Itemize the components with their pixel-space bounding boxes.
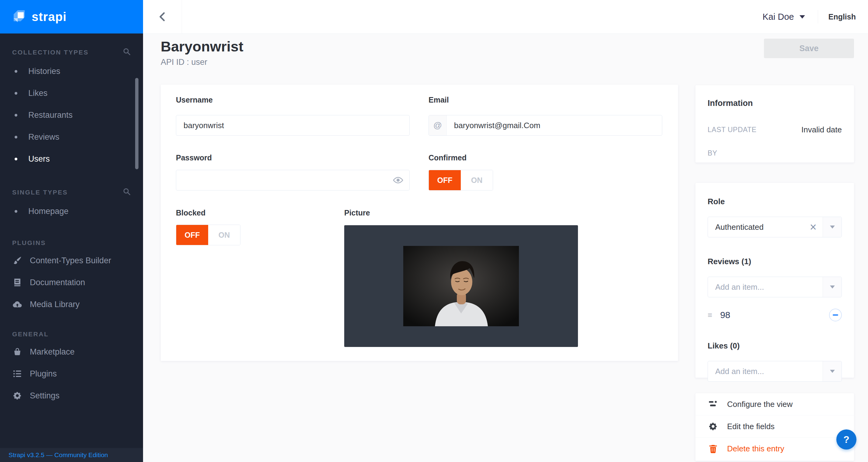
sidebar-item-likes[interactable]: Likes (12, 82, 131, 104)
role-select-caret[interactable] (823, 217, 841, 237)
configure-view-button[interactable]: Configure the view (695, 393, 854, 415)
password-label: Password (176, 153, 212, 162)
sidebar-item-label: Likes (28, 89, 48, 98)
general-list: Marketplace Plugins (12, 341, 131, 407)
likes-add-select[interactable]: Add an item... (708, 361, 842, 382)
layout-icon (708, 400, 719, 408)
sidebar-item-reviews[interactable]: Reviews (12, 126, 131, 148)
bullet-icon (14, 70, 17, 73)
remove-item-button[interactable] (829, 309, 842, 321)
sidebar-item-settings[interactable]: Settings (12, 385, 131, 407)
sidebar-item-plugins[interactable]: Plugins (12, 363, 131, 385)
logo-text: strapi (32, 10, 67, 24)
sidebar-item-histories[interactable]: Histories (12, 60, 131, 82)
sidebar-item-content-types-builder[interactable]: Content-Types Builder (12, 250, 131, 272)
section-collection-types: COLLECTION TYPES (12, 48, 131, 57)
page-title: Baryonwrist (161, 38, 244, 55)
sidebar-item-label: Media Library (30, 300, 80, 309)
sidebar-item-media-library[interactable]: Media Library (12, 294, 131, 315)
likes-select-caret[interactable] (823, 361, 841, 381)
password-input[interactable] (176, 170, 409, 190)
sidebar-item-label: Histories (28, 67, 60, 76)
reviews-select-caret[interactable] (823, 277, 841, 297)
section-label: COLLECTION TYPES (12, 49, 89, 56)
sidebar-item-homepage[interactable]: Homepage (12, 200, 131, 222)
section-general: GENERAL (12, 331, 131, 338)
sidebar-item-label: Restaurants (28, 111, 73, 120)
language-selector[interactable]: English (829, 12, 856, 21)
likes-label: Likes (0) (708, 341, 842, 350)
sidebar-item-restaurants[interactable]: Restaurants (12, 104, 131, 126)
sidebar-item-label: Users (28, 154, 50, 164)
eye-icon[interactable] (393, 170, 403, 190)
confirmed-toggle[interactable]: OFF ON (429, 170, 493, 190)
user-photo (403, 246, 519, 326)
role-value: Authenticated (708, 222, 804, 232)
trash-icon (708, 444, 719, 454)
user-name: Kai Doe (763, 12, 794, 22)
content-area: Baryonwrist API ID : user Save Username … (143, 34, 868, 462)
sidebar-footer: Strapi v3.2.5 — Community Edition (0, 448, 143, 462)
strapi-admin-app: strapi COLLECTION TYPES Histories Likes … (0, 0, 868, 462)
chevron-down-icon (830, 370, 835, 373)
blocked-toggle[interactable]: OFF ON (176, 225, 241, 245)
toggle-off-segment[interactable]: OFF (176, 225, 208, 245)
search-icon[interactable] (123, 187, 131, 197)
toggle-off-segment[interactable]: OFF (429, 170, 461, 190)
sidebar-item-label: Content-Types Builder (30, 256, 111, 266)
bullet-icon (14, 136, 17, 138)
information-card: Information LAST UPDATE Invalid date BY (695, 85, 854, 162)
username-field-wrap (176, 115, 410, 136)
configure-view-label: Configure the view (727, 400, 793, 409)
strapi-logo[interactable]: strapi (0, 0, 143, 33)
bullet-icon (14, 92, 17, 95)
role-label: Role (708, 197, 842, 206)
picture-field[interactable] (344, 225, 578, 347)
relations-card: Role Authenticated × Reviews (1) Add an … (695, 183, 854, 378)
cloud-upload-icon (12, 300, 23, 308)
chevron-left-icon (158, 11, 167, 22)
toggle-on-segment[interactable]: ON (208, 225, 240, 245)
sidebar-item-users[interactable]: Users (12, 148, 131, 170)
search-icon[interactable] (123, 48, 131, 57)
reviews-placeholder: Add an item... (708, 282, 823, 292)
chevron-down-icon (830, 225, 835, 228)
bullet-icon (14, 158, 17, 160)
sidebar-item-label: Documentation (30, 278, 85, 287)
username-input[interactable] (176, 115, 409, 135)
username-label: Username (176, 96, 213, 104)
sidebar-item-marketplace[interactable]: Marketplace (12, 341, 131, 363)
user-menu[interactable]: Kai Doe (763, 12, 805, 22)
section-plugins: PLUGINS (12, 239, 131, 247)
role-select[interactable]: Authenticated × (708, 217, 842, 237)
toggle-on-segment[interactable]: ON (461, 170, 493, 190)
paintbrush-icon (12, 256, 23, 265)
sidebar-item-label: Plugins (30, 369, 57, 379)
email-input[interactable] (447, 115, 662, 135)
delete-entry-button[interactable]: Delete this entry (695, 438, 854, 460)
last-update-label: LAST UPDATE (708, 126, 756, 134)
bullet-icon (14, 210, 17, 213)
delete-entry-label: Delete this entry (727, 444, 784, 454)
help-button[interactable]: ? (836, 429, 857, 450)
reviews-add-select[interactable]: Add an item... (708, 277, 842, 297)
edit-fields-label: Edit the fields (727, 422, 775, 431)
drag-handle-icon[interactable]: ≡ (708, 310, 712, 320)
back-button[interactable] (143, 0, 182, 33)
last-update-value: Invalid date (801, 125, 842, 134)
version-link[interactable]: Strapi v3.2.5 — Community Edition (8, 451, 108, 459)
edit-fields-button[interactable]: Edit the fields (695, 415, 854, 438)
section-single-types: SINGLE TYPES (12, 187, 131, 197)
sidebar-item-documentation[interactable]: Documentation (12, 272, 131, 294)
collection-types-list: Histories Likes Restaurants Reviews User… (12, 60, 131, 170)
strapi-logo-icon (12, 10, 26, 24)
section-label: SINGLE TYPES (12, 189, 68, 196)
clear-icon[interactable]: × (804, 221, 823, 233)
entry-actions-card: Configure the view Edit the fields (695, 393, 854, 461)
email-field-wrap: @ (429, 115, 662, 136)
save-button[interactable]: Save (764, 39, 854, 58)
at-icon: @ (429, 115, 447, 135)
basket-icon (12, 347, 23, 357)
sidebar-scrollbar[interactable] (135, 78, 138, 169)
reviews-item-value[interactable]: 98 (720, 310, 829, 320)
